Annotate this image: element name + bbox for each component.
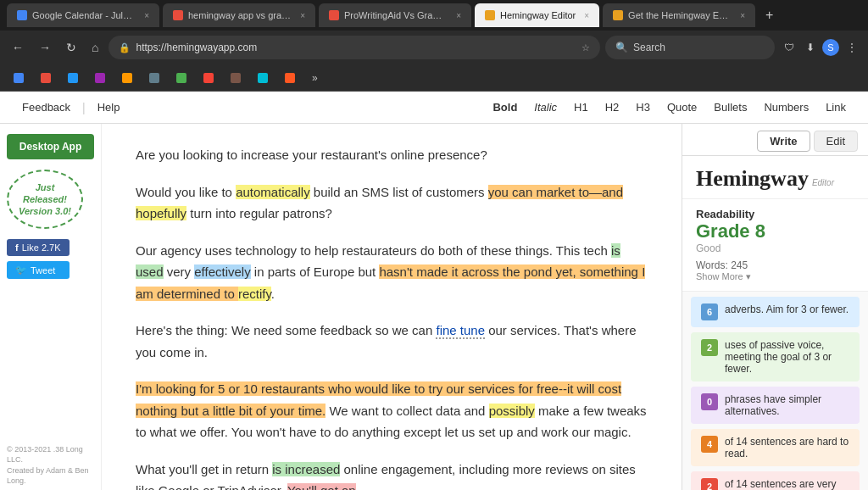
download-icon[interactable]: ⬇ — [802, 39, 819, 56]
stat-text-2: phrases have simpler alternatives. — [725, 393, 849, 417]
address-bar[interactable]: 🔒 https://hemingwayapp.com ☆ — [108, 36, 600, 59]
write-button[interactable]: Write — [757, 131, 810, 152]
hw-toolbar: Feedback | Help Bold Italic H1 H2 H3 Quo… — [0, 92, 868, 124]
forward-button[interactable]: → — [34, 37, 56, 58]
browser-chrome: Google Calendar - July 2021 × hemingway … — [0, 0, 868, 490]
editor-area[interactable]: Are you looking to increase your restaur… — [102, 124, 682, 490]
tab-favicon-1 — [17, 10, 27, 20]
p2-seg4: you can market to—and — [488, 185, 623, 199]
stat-item-4: 2 of 14 sentences are very hard to read. — [691, 471, 860, 490]
edit-button[interactable]: Edit — [814, 131, 858, 152]
tab-3[interactable]: ProWritingAid Vs Grammarly: W... × — [319, 3, 471, 27]
search-box[interactable]: 🔍 Search — [605, 36, 775, 59]
p5-seg3: possibly — [489, 404, 535, 418]
nav-bar: ← → ↻ ⌂ 🔒 https://hemingwayapp.com ☆ 🔍 S… — [0, 31, 868, 64]
just-released-badge: Just Released! Version 3.0! — [7, 170, 83, 229]
extensions-icon[interactable]: 🛡 — [780, 39, 798, 56]
bookmark-7[interactable] — [170, 71, 193, 85]
desktop-app-button[interactable]: Desktop App — [7, 134, 94, 159]
logo-title: Hemingway — [696, 166, 809, 192]
bookmark-2[interactable] — [34, 71, 58, 85]
stats-list: 6 adverbs. Aim for 3 or fewer. 2 uses of… — [682, 297, 868, 490]
feedback-menu-item[interactable]: Feedback — [14, 96, 79, 119]
p6-seg2: is increased — [272, 462, 340, 476]
tab-2[interactable]: hemingway app vs grammarly - × — [163, 3, 315, 27]
help-menu-item[interactable]: Help — [89, 96, 129, 119]
p4-seg1: Here's the thing: We need some feedback … — [136, 323, 436, 337]
bm-icon-4 — [95, 73, 105, 83]
bookmark-11[interactable] — [278, 71, 302, 85]
grade-value: Grade 8 — [696, 220, 854, 242]
p2-seg6: turn into regular patrons? — [186, 206, 332, 220]
bm-icon-9 — [231, 73, 241, 83]
link-button[interactable]: Link — [817, 96, 854, 119]
p4-seg2: fine tune — [436, 323, 485, 339]
footer-text: © 2013-2021 .38 Long LLC. Created by Ada… — [7, 444, 101, 487]
profile-icon[interactable]: S — [822, 39, 839, 56]
show-more-button[interactable]: Show More ▾ — [696, 271, 854, 282]
address-text: https://hemingwayapp.com — [136, 42, 576, 53]
bookmark-4[interactable] — [88, 71, 112, 85]
paragraph-6: What you'll get in return is increased o… — [136, 459, 648, 491]
more-icon[interactable]: ⋮ — [843, 39, 861, 56]
bookmark-8[interactable] — [197, 71, 220, 85]
bookmark-6[interactable] — [142, 71, 166, 85]
stat-badge-2: 0 — [701, 393, 718, 410]
logo-container: Hemingway Editor — [696, 166, 854, 192]
bookmark-more[interactable]: » — [305, 70, 325, 86]
tab-close-2[interactable]: × — [300, 11, 305, 20]
h2-button[interactable]: H2 — [597, 96, 628, 119]
tab-close-3[interactable]: × — [456, 11, 461, 20]
stat-item-2: 0 phrases have simpler alternatives. — [691, 387, 860, 424]
bookmark-1[interactable] — [7, 71, 31, 85]
tab-5[interactable]: Get the Hemingway Editor for Mac... × — [603, 3, 755, 27]
search-icon: 🔍 — [615, 42, 628, 53]
fb-icon: f — [15, 242, 19, 253]
tab-1[interactable]: Google Calendar - July 2021 × — [7, 3, 159, 27]
refresh-button[interactable]: ↻ — [61, 37, 81, 58]
home-button[interactable]: ⌂ — [86, 37, 103, 58]
bullets-button[interactable]: Bullets — [705, 96, 755, 119]
stat-text-1: uses of passive voice, meeting the goal … — [725, 339, 849, 375]
left-sidebar: Desktop App Just Released! Version 3.0! … — [0, 124, 102, 490]
tab-favicon-5 — [613, 10, 623, 20]
rp-header: Write Edit — [682, 124, 868, 156]
main-area: Desktop App Just Released! Version 3.0! … — [0, 124, 868, 490]
stat-item-0: 6 adverbs. Aim for 3 or fewer. — [691, 297, 860, 327]
p5-seg2: We want to collect data and — [326, 404, 488, 418]
paragraph-3: Our agency uses technology to help resta… — [136, 240, 648, 305]
p2-seg1: Would you like to — [136, 185, 236, 199]
logo-sub: Editor — [812, 178, 834, 187]
bm-icon-7 — [176, 73, 186, 83]
new-tab-button[interactable]: + — [759, 8, 780, 23]
bookmark-10[interactable] — [251, 71, 275, 85]
bookmarks-bar: » — [0, 64, 868, 92]
tab-close-4[interactable]: × — [584, 11, 589, 20]
p2-seg2: automatically — [236, 185, 310, 199]
tab-bar: Google Calendar - July 2021 × hemingway … — [0, 0, 868, 31]
twitter-tweet-button[interactable]: 🐦 Tweet — [7, 261, 70, 279]
tab-close-5[interactable]: × — [740, 11, 745, 20]
h1-button[interactable]: H1 — [565, 96, 597, 119]
star-icon[interactable]: ☆ — [581, 42, 590, 53]
tab-4[interactable]: Hemingway Editor × — [475, 3, 599, 27]
tab-favicon-4 — [485, 10, 495, 20]
italic-button[interactable]: Italic — [526, 96, 565, 119]
bookmark-3[interactable] — [61, 71, 85, 85]
bookmark-9[interactable] — [224, 71, 248, 85]
toolbar-separator: | — [79, 101, 89, 114]
facebook-like-button[interactable]: f Like 2.7K — [7, 239, 70, 256]
quote-button[interactable]: Quote — [659, 96, 705, 119]
h3-button[interactable]: H3 — [627, 96, 659, 119]
grade-desc: Good — [696, 242, 854, 254]
words-number: 245 — [731, 259, 748, 271]
rp-readability: Readability Grade 8 Good Words: 245 Show… — [682, 199, 868, 292]
tab-close-1[interactable]: × — [144, 11, 149, 20]
bm-icon-5 — [122, 73, 132, 83]
bold-button[interactable]: Bold — [484, 96, 526, 119]
bookmark-5[interactable] — [115, 71, 139, 85]
tw-icon: 🐦 — [15, 264, 27, 276]
footer-line2: Created by Adam & Ben Long. — [7, 465, 101, 487]
numbers-button[interactable]: Numbers — [755, 96, 817, 119]
back-button[interactable]: ← — [7, 37, 29, 58]
